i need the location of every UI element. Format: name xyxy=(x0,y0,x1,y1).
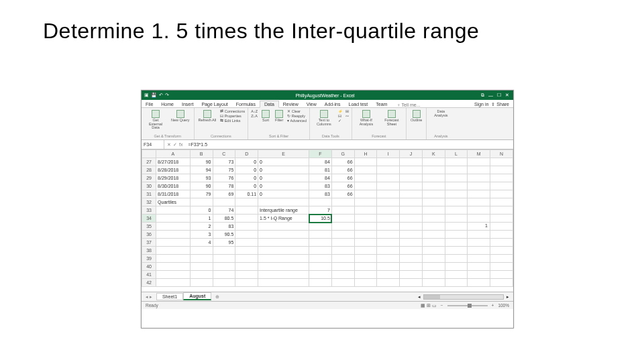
col-header-C[interactable]: C xyxy=(213,150,235,158)
sort-az-icon[interactable]: A↓Z xyxy=(251,109,258,113)
cell-B28[interactable]: 94 xyxy=(190,166,213,174)
cell-B38[interactable] xyxy=(190,247,213,255)
cell-B35[interactable]: 2 xyxy=(190,223,213,231)
cell-H29[interactable] xyxy=(354,174,377,182)
cell-G34[interactable] xyxy=(331,215,354,223)
zoom-in-icon[interactable]: + xyxy=(492,303,494,308)
cell-K39[interactable] xyxy=(422,255,445,263)
tab-view[interactable]: View xyxy=(303,101,321,107)
cell-H37[interactable] xyxy=(354,239,377,247)
cell-J36[interactable] xyxy=(400,231,423,239)
cell-D37[interactable] xyxy=(235,239,258,247)
cell-C31[interactable]: 69 xyxy=(213,190,235,198)
cell-D32[interactable] xyxy=(235,198,258,206)
cell-I42[interactable] xyxy=(377,279,400,287)
cell-F41[interactable] xyxy=(309,271,332,279)
cell-K34[interactable] xyxy=(422,215,445,223)
cell-L40[interactable] xyxy=(445,263,468,271)
cell-H40[interactable] xyxy=(354,263,377,271)
cell-D36[interactable] xyxy=(235,231,258,239)
col-header-J[interactable]: J xyxy=(400,150,423,158)
cell-G41[interactable] xyxy=(331,271,354,279)
cell-M42[interactable] xyxy=(468,279,490,287)
cell-I37[interactable] xyxy=(377,239,400,247)
clear-filter-link[interactable]: ✕ Clear xyxy=(287,109,307,113)
cell-A31[interactable]: 8/31/2018 xyxy=(156,190,191,198)
cell-A37[interactable] xyxy=(156,239,191,247)
row-header-30[interactable]: 30 xyxy=(142,182,156,190)
cell-E41[interactable] xyxy=(258,271,309,279)
cell-M41[interactable] xyxy=(468,271,490,279)
cell-B34[interactable]: 1 xyxy=(190,215,213,223)
tab-review[interactable]: Review xyxy=(279,101,303,107)
cell-F30[interactable]: 83 xyxy=(309,182,332,190)
cell-M29[interactable] xyxy=(468,174,490,182)
cell-D28[interactable]: 0 xyxy=(235,166,258,174)
hscroll-right-icon[interactable]: ▸ xyxy=(506,294,509,300)
col-header-L[interactable]: L xyxy=(445,150,468,158)
cell-F42[interactable] xyxy=(309,279,332,287)
cell-C34[interactable]: 80.5 xyxy=(213,215,235,223)
sort-za-icon[interactable]: Z↓A xyxy=(251,114,258,118)
cell-G42[interactable] xyxy=(331,279,354,287)
cell-D39[interactable] xyxy=(235,255,258,263)
fx-icon[interactable]: fx xyxy=(179,142,182,147)
cell-A32[interactable]: Quartiles xyxy=(156,198,191,206)
cell-E35[interactable] xyxy=(258,223,309,231)
cell-G36[interactable] xyxy=(331,231,354,239)
cell-F36[interactable] xyxy=(309,231,332,239)
cell-I33[interactable] xyxy=(377,206,400,215)
cell-J29[interactable] xyxy=(400,174,423,182)
row-header-29[interactable]: 29 xyxy=(142,174,156,182)
tab-home[interactable]: Home xyxy=(157,101,178,107)
cell-K32[interactable] xyxy=(422,198,445,206)
cell-H31[interactable] xyxy=(354,190,377,198)
cell-J28[interactable] xyxy=(400,166,423,174)
cell-H42[interactable] xyxy=(354,279,377,287)
cell-D33[interactable] xyxy=(235,206,258,215)
cell-J32[interactable] xyxy=(400,198,423,206)
reapply-link[interactable]: ↻ Reapply xyxy=(287,114,307,118)
row-header-32[interactable]: 32 xyxy=(142,198,156,206)
cell-G28[interactable]: 66 xyxy=(331,166,354,174)
cell-M28[interactable] xyxy=(468,166,490,174)
cell-D27[interactable]: 0 xyxy=(235,158,258,166)
name-box[interactable]: F34 xyxy=(142,140,164,149)
cell-I39[interactable] xyxy=(377,255,400,263)
cell-M27[interactable] xyxy=(468,158,490,166)
cell-C35[interactable]: 83 xyxy=(213,223,235,231)
hscroll-track[interactable] xyxy=(423,294,504,300)
filter-button[interactable]: Filter xyxy=(274,109,284,123)
cell-L34[interactable] xyxy=(445,215,468,223)
col-header-M[interactable]: M xyxy=(468,150,490,158)
cell-C28[interactable]: 75 xyxy=(213,166,235,174)
cell-M31[interactable] xyxy=(468,190,490,198)
cell-I28[interactable] xyxy=(377,166,400,174)
cell-G37[interactable] xyxy=(331,239,354,247)
cell-B36[interactable]: 3 xyxy=(190,231,213,239)
cell-I35[interactable] xyxy=(377,223,400,231)
cell-E28[interactable]: 0 xyxy=(258,166,309,174)
new-sheet-button[interactable]: ⊕ xyxy=(211,294,223,300)
cell-M37[interactable] xyxy=(468,239,490,247)
cell-K41[interactable] xyxy=(422,271,445,279)
cell-D29[interactable]: 0 xyxy=(235,174,258,182)
cell-A29[interactable]: 8/29/2018 xyxy=(156,174,191,182)
sheet-tab-august[interactable]: August xyxy=(183,292,211,300)
cell-L27[interactable] xyxy=(445,158,468,166)
cell-E31[interactable]: 0 xyxy=(258,190,309,198)
cell-F29[interactable]: 84 xyxy=(309,174,332,182)
cell-L36[interactable] xyxy=(445,231,468,239)
cell-C38[interactable] xyxy=(213,247,235,255)
zoom-slider[interactable] xyxy=(447,305,488,306)
cell-N36[interactable] xyxy=(490,231,513,239)
row-header-28[interactable]: 28 xyxy=(142,166,156,174)
minimize-icon[interactable]: — xyxy=(488,93,493,98)
cell-M38[interactable] xyxy=(468,247,490,255)
cell-N34[interactable] xyxy=(490,215,513,223)
cell-I41[interactable] xyxy=(377,271,400,279)
cell-N32[interactable] xyxy=(490,198,513,206)
cell-I34[interactable] xyxy=(377,215,400,223)
cell-C39[interactable] xyxy=(213,255,235,263)
cell-C30[interactable]: 78 xyxy=(213,182,235,190)
